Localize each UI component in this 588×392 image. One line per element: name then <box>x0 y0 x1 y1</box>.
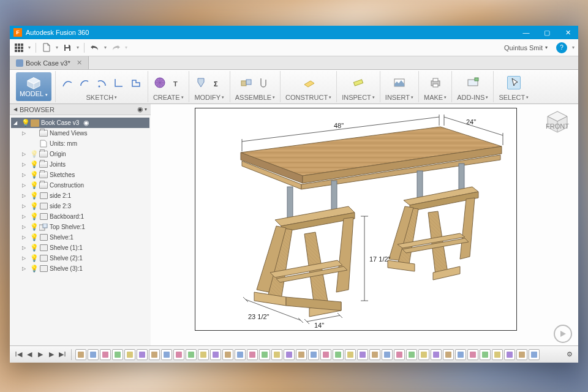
ribbon-group-label[interactable]: SELECT▾ <box>499 94 529 101</box>
play-indicator-icon[interactable] <box>554 325 572 343</box>
expand-arrow-icon[interactable]: ▷ <box>22 193 28 198</box>
lightbulb-icon[interactable]: 💡 <box>30 233 37 241</box>
timeline-feature[interactable] <box>443 349 454 360</box>
timeline-feature[interactable] <box>247 349 258 360</box>
expand-arrow-icon[interactable]: ▷ <box>22 255 28 261</box>
ribbon-group-label[interactable]: MAKE▾ <box>424 94 447 101</box>
tree-item[interactable]: ▷💡Shelve:1 <box>11 232 149 243</box>
tree-item[interactable]: ▷💡Sketches <box>11 170 149 180</box>
timeline-feature[interactable] <box>222 349 233 360</box>
undo-icon[interactable] <box>89 42 100 53</box>
mesh-icon[interactable] <box>153 76 167 89</box>
timeline-feature[interactable] <box>467 349 478 360</box>
timeline-feature[interactable] <box>124 349 135 360</box>
tree-item[interactable]: ▷💡side 2:3 <box>11 201 149 211</box>
timeline-feature[interactable] <box>296 349 307 360</box>
measure-icon[interactable] <box>352 76 365 89</box>
tree-item[interactable]: ▷💡side 2:1 <box>11 190 149 201</box>
ribbon-group-label[interactable]: CONSTRUCT▾ <box>285 94 331 101</box>
timeline-feature[interactable] <box>308 349 319 360</box>
timeline-settings-icon[interactable]: ⚙ <box>565 350 575 360</box>
timeline-feature[interactable] <box>88 349 99 360</box>
window-minimize-button[interactable]: — <box>516 26 537 39</box>
timeline-feature[interactable] <box>480 349 491 360</box>
timeline-feature[interactable] <box>112 349 123 360</box>
timeline-feature[interactable] <box>186 349 197 360</box>
ribbon-group-label[interactable]: INSPECT▾ <box>342 94 375 101</box>
spline-icon[interactable] <box>61 76 74 89</box>
browser-collapse-icon[interactable]: ◀ <box>13 107 17 112</box>
tree-item[interactable]: ▷Named Views <box>11 128 149 138</box>
redo-icon[interactable] <box>110 42 121 53</box>
timeline-prev-icon[interactable]: ◀ <box>24 350 34 360</box>
expand-arrow-icon[interactable]: ▷ <box>22 183 28 188</box>
timeline-feature[interactable] <box>492 349 503 360</box>
new-file-icon[interactable] <box>41 42 52 53</box>
timeline-feature[interactable] <box>431 349 442 360</box>
ribbon-group-label[interactable]: CREATE▾ <box>153 94 184 101</box>
window-close-button[interactable]: ✕ <box>557 26 578 39</box>
save-icon[interactable] <box>62 42 73 53</box>
tree-root[interactable]: ◢ 💡 Book Case v3 ◉ <box>11 118 149 128</box>
user-menu[interactable]: Quintus Smit▾ <box>504 44 548 51</box>
timeline-feature[interactable] <box>271 349 282 360</box>
sigma-icon[interactable]: Σ <box>211 76 225 89</box>
expand-arrow-icon[interactable]: ▷ <box>22 224 28 230</box>
ribbon-group-label[interactable]: ADD-INS▾ <box>457 94 488 101</box>
tree-item[interactable]: ▷💡Top Shelve:1 <box>11 222 149 232</box>
timeline-feature[interactable] <box>394 349 405 360</box>
help-button[interactable]: ? <box>556 42 567 53</box>
lightbulb-icon[interactable]: 💡 <box>21 119 29 127</box>
expand-arrow-icon[interactable]: ▷ <box>22 235 28 240</box>
timeline-feature[interactable] <box>455 349 466 360</box>
close-tab-icon[interactable]: ✕ <box>77 59 82 67</box>
timeline-feature[interactable] <box>100 349 111 360</box>
lightbulb-icon[interactable]: 💡 <box>30 244 37 252</box>
lightbulb-icon[interactable]: 💡 <box>30 160 37 168</box>
tree-item[interactable]: ▷💡Shelve (2):1 <box>11 253 149 263</box>
timeline-feature[interactable] <box>333 349 344 360</box>
timeline-feature[interactable] <box>345 349 356 360</box>
timeline-start-icon[interactable]: I◀ <box>13 350 23 360</box>
window-maximize-button[interactable]: ▢ <box>537 26 557 39</box>
expand-arrow-icon[interactable]: ▷ <box>22 214 28 219</box>
lightbulb-icon[interactable]: 💡 <box>30 202 37 210</box>
view-cube[interactable]: FRONT <box>543 108 572 137</box>
profile-icon[interactable] <box>129 76 143 89</box>
browser-settings-icon[interactable]: ◉ <box>137 105 143 113</box>
joint-icon[interactable] <box>239 76 253 89</box>
ribbon-group-label[interactable]: ASSEMBLE▾ <box>235 94 275 101</box>
addin-icon[interactable] <box>466 76 480 89</box>
expand-arrow-icon[interactable]: ▷ <box>22 151 28 157</box>
timeline-feature[interactable] <box>320 349 331 360</box>
timeline-feature[interactable] <box>369 349 380 360</box>
timeline-feature[interactable] <box>137 349 148 360</box>
timeline-feature[interactable] <box>529 349 540 360</box>
lightbulb-icon[interactable]: 💡 <box>30 181 37 189</box>
text-icon[interactable]: T <box>170 76 184 89</box>
timeline-feature[interactable] <box>382 349 393 360</box>
clip-icon[interactable] <box>257 76 270 89</box>
modify-icon[interactable] <box>194 76 208 89</box>
timeline-feature[interactable] <box>357 349 368 360</box>
expand-arrow-icon[interactable]: ▷ <box>22 203 28 209</box>
expand-arrow-icon[interactable]: ▷ <box>22 245 28 251</box>
cursor-icon[interactable] <box>507 76 521 89</box>
arc2-icon[interactable] <box>95 76 108 89</box>
tree-item[interactable]: ▷💡Joints <box>11 159 149 170</box>
timeline-feature[interactable] <box>406 349 417 360</box>
timeline-feature[interactable] <box>259 349 270 360</box>
ribbon-group-label[interactable]: SKETCH▾ <box>86 94 117 101</box>
document-tab[interactable]: Book Case v3* ✕ <box>10 56 89 69</box>
timeline-feature[interactable] <box>235 349 246 360</box>
timeline-feature[interactable] <box>198 349 209 360</box>
lightbulb-icon[interactable]: 💡 <box>30 192 37 200</box>
activate-radio-icon[interactable]: ◉ <box>83 119 89 127</box>
tree-item[interactable]: ▷💡Origin <box>11 149 149 159</box>
tree-item[interactable]: ▷💡Shelve (3):1 <box>11 263 149 274</box>
timeline-play-icon[interactable]: ▶ <box>36 350 45 360</box>
expand-arrow-icon[interactable]: ▷ <box>22 130 28 136</box>
arc-icon[interactable] <box>78 76 91 89</box>
app-menu-icon[interactable] <box>13 42 24 53</box>
expand-arrow-icon[interactable]: ▷ <box>22 172 28 178</box>
